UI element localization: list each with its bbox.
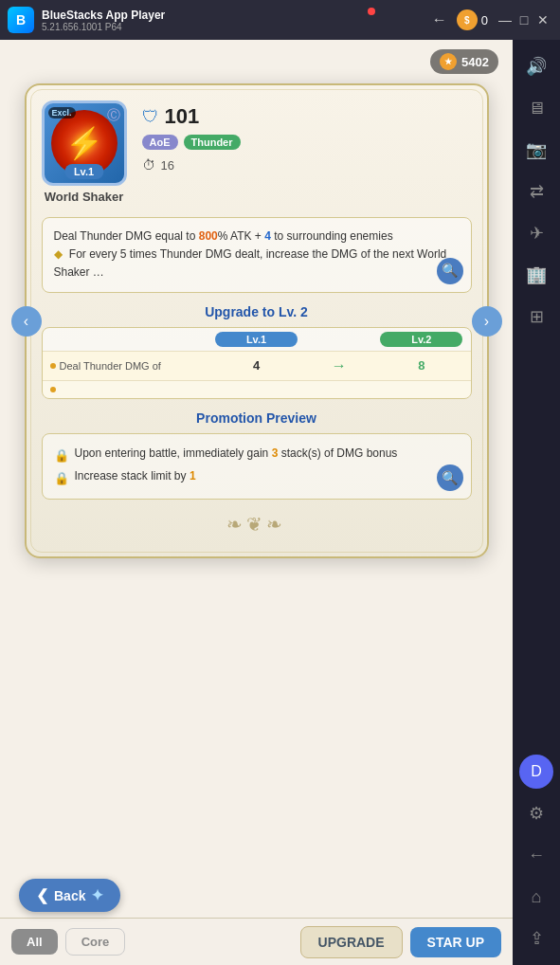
promo-text-2: Increase stack limit by 1 — [75, 466, 196, 487]
tag-aoe: AoE — [142, 135, 178, 150]
desc-line1: Deal Thunder DMG equal to 800% ATK + 4 t… — [54, 228, 460, 246]
row1-arrow: → — [298, 357, 380, 374]
skill-level-num: 🛡 101 — [142, 104, 472, 129]
promo-icon-1: 🔒 — [54, 445, 69, 466]
currency-bar: ★ 5402 — [0, 49, 513, 74]
card-decoration: ❧❦❧ — [42, 507, 472, 541]
row1-current-value: 4 — [215, 358, 298, 373]
nav-left-button[interactable]: ‹ — [11, 306, 42, 337]
building-icon[interactable]: 🏢 — [519, 258, 553, 292]
arrows-icon[interactable]: ⇄ — [519, 174, 553, 209]
skill-level-value: 101 — [165, 104, 200, 129]
skill-icon: Excl. Ⓒ ⚡ Lv.1 — [42, 100, 127, 186]
skill-tags: AoE Thunder — [142, 135, 472, 150]
row-dot-2 — [50, 387, 56, 392]
skill-description-box: Deal Thunder DMG equal to 800% ATK + 4 t… — [42, 217, 472, 293]
row-dot — [50, 363, 56, 369]
layers-icon[interactable]: ⊞ — [519, 300, 553, 334]
currency-icon: ★ — [440, 53, 457, 70]
upgrade-section: Upgrade to Lv. 2 Lv.1 Lv.2 Deal Thunder … — [42, 304, 472, 399]
excl-badge: Excl. — [48, 107, 76, 118]
back-spark-icon: ✦ — [91, 886, 103, 904]
nav-right-button[interactable]: › — [472, 306, 502, 337]
display-icon[interactable]: 🖥 — [519, 91, 553, 125]
desc-text3: to surrounding enemies — [271, 229, 393, 243]
currency-badge: ★ 5402 — [430, 49, 498, 74]
header-spacer — [50, 332, 215, 347]
bottom-bar: All Core UPGRADE STAR UP — [0, 918, 513, 965]
back-icon[interactable]: ← — [519, 838, 553, 872]
discord-icon[interactable]: D — [519, 755, 553, 789]
skill-card: ‹ › Excl. Ⓒ ⚡ Lv.1 World Shaker 🛡 101 — [25, 83, 489, 558]
promo-highlight-3: 3 — [272, 446, 279, 460]
minimize-button[interactable]: — — [496, 10, 515, 29]
skill-info: 🛡 101 AoE Thunder ⏱ 16 — [142, 100, 472, 173]
main-content: ★ 5402 ‹ › Excl. Ⓒ ⚡ Lv.1 World Shaker — [0, 40, 513, 965]
titlebar-back-button[interactable]: ← — [426, 7, 453, 33]
coin-balance: 0 — [481, 13, 488, 27]
promo-highlight-1: 1 — [190, 469, 196, 482]
promo-text-1: Upon entering battle, immediately gain 3… — [75, 444, 398, 464]
cooldown-value: 16 — [161, 158, 174, 173]
notification-dot — [368, 8, 375, 15]
upgrade-table: Lv.1 Lv.2 Deal Thunder DMG of 4 → 8 — [42, 327, 472, 399]
gear-icon[interactable]: ⚙ — [519, 796, 553, 830]
upgrade-table-header: Lv.1 Lv.2 — [43, 328, 471, 351]
skill-cooldown: ⏱ 16 — [142, 157, 472, 173]
desc-text4: For every 5 times Thunder DMG dealt, inc… — [54, 247, 447, 279]
skill-name: World Shaker — [45, 190, 124, 204]
upgrade-row-2 — [43, 380, 471, 398]
app-logo: B — [8, 7, 34, 33]
close-button[interactable]: ✕ — [533, 10, 552, 29]
skill-header: Excl. Ⓒ ⚡ Lv.1 World Shaker 🛡 101 AoE Th… — [42, 100, 472, 204]
share-icon[interactable]: ⇪ — [519, 921, 553, 956]
airplane-icon[interactable]: ✈ — [519, 216, 553, 250]
shield-icon: 🛡 — [142, 107, 159, 127]
row1-label: Deal Thunder DMG of — [50, 360, 215, 372]
row1-next-value: 8 — [380, 358, 462, 373]
skill-icon-wrapper: Excl. Ⓒ ⚡ Lv.1 World Shaker — [42, 100, 127, 204]
tag-thunder: Thunder — [184, 135, 241, 150]
desc-bullet: ◆ — [54, 247, 63, 261]
desc-highlight-4: 4 — [264, 229, 271, 243]
right-sidebar: 🔊 🖥 📷 ⇄ ✈ 🏢 ⊞ D ⚙ ← ⌂ ⇪ — [513, 40, 560, 965]
desc-text2: % ATK + — [218, 229, 264, 243]
promo-row-1: 🔒 Upon entering battle, immediately gain… — [54, 444, 460, 466]
tab-all-button[interactable]: All — [11, 929, 58, 955]
back-label: Back — [54, 888, 85, 903]
row2-label — [50, 387, 215, 392]
promo-icon-2: 🔒 — [54, 467, 69, 489]
desc-text1: Deal Thunder DMG equal to — [54, 229, 199, 243]
promo-row-2: 🔒 Increase stack limit by 1 — [54, 466, 460, 489]
volume-icon[interactable]: 🔊 — [519, 49, 553, 83]
currency-amount: 5402 — [461, 55, 489, 69]
coin-icon: $ — [457, 9, 478, 30]
desc-highlight-800: 800 — [199, 229, 218, 243]
app-version: 5.21.656.1001 P64 — [42, 22, 426, 32]
current-level-badge: Lv.1 — [215, 332, 298, 347]
promotion-box: 🔒 Upon entering battle, immediately gain… — [42, 433, 472, 501]
star-up-button[interactable]: STAR UP — [410, 927, 501, 957]
back-arrow-icon: ❮ — [36, 886, 48, 904]
title-bar: B BlueStacks App Player 5.21.656.1001 P6… — [0, 0, 560, 40]
upgrade-button[interactable]: UPGRADE — [300, 926, 403, 958]
row1-label-text: Deal Thunder DMG of — [60, 360, 161, 372]
camera-icon[interactable]: 📷 — [519, 133, 553, 167]
promotion-magnify-button[interactable]: 🔍 — [437, 464, 463, 491]
cooldown-icon: ⏱ — [142, 157, 155, 173]
upgrade-title: Upgrade to Lv. 2 — [42, 304, 472, 319]
upgrade-row-1: Deal Thunder DMG of 4 → 8 — [43, 351, 471, 380]
desc-line2: ◆ For every 5 times Thunder DMG dealt, i… — [54, 246, 460, 282]
c-badge: Ⓒ — [107, 107, 120, 124]
lightning-icon: ⚡ — [65, 125, 103, 161]
skill-level-badge: Lv.1 — [64, 164, 103, 179]
arrow-header — [298, 332, 380, 347]
next-level-badge: Lv.2 — [380, 332, 462, 347]
home-icon[interactable]: ⌂ — [519, 880, 553, 914]
promotion-section: Promotion Preview 🔒 Upon entering battle… — [42, 410, 472, 501]
description-magnify-button[interactable]: 🔍 — [437, 258, 463, 284]
tab-core-button[interactable]: Core — [65, 928, 126, 956]
maximize-button[interactable]: □ — [515, 10, 533, 29]
promotion-title: Promotion Preview — [42, 410, 472, 426]
back-button[interactable]: ❮ Back ✦ — [19, 879, 120, 912]
